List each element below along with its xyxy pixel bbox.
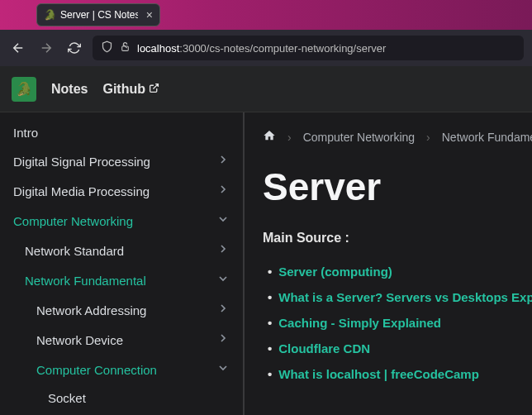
sidebar-item[interactable]: Computer Connection	[0, 355, 243, 384]
chevron-right-icon: ›	[287, 131, 292, 144]
chevron-right-icon	[216, 242, 230, 259]
sidebar-item[interactable]: Intro	[0, 119, 243, 146]
tab-title: Server | CS Notes	[60, 9, 138, 21]
home-icon[interactable]	[263, 129, 276, 145]
sidebar-item-label: Computer Connection	[36, 363, 157, 377]
source-item: Caching - Simply Explained	[263, 310, 532, 336]
sidebar-item[interactable]: Digital Media Processing	[0, 176, 243, 206]
page-title: Server	[263, 165, 532, 209]
sidebar-item-label: Network Fundamental	[25, 274, 146, 288]
site-logo[interactable]: 🐊	[12, 77, 36, 102]
sidebar-item[interactable]: Computer Networking	[0, 206, 243, 236]
sidebar-item[interactable]: Network Device	[0, 325, 243, 355]
back-button[interactable]	[8, 38, 28, 58]
main-content: › Computer Networking › Network Fundamen…	[245, 112, 532, 415]
nav-notes[interactable]: Notes	[51, 82, 88, 97]
sidebar-item[interactable]: Network Addressing	[0, 295, 243, 325]
source-link[interactable]: What is a Server? Servers vs Desktops Ex…	[278, 290, 532, 304]
source-link[interactable]: Cloudflare CDN	[278, 341, 370, 355]
breadcrumb-item[interactable]: Network Fundamental	[442, 131, 532, 144]
source-list: Server (computing)What is a Server? Serv…	[263, 259, 532, 387]
sidebar-item-label: Network Addressing	[36, 303, 146, 317]
chevron-right-icon	[216, 183, 230, 199]
sidebar-item-label: Network Standard	[25, 244, 124, 258]
chevron-right-icon	[216, 302, 230, 318]
breadcrumb-item[interactable]: Computer Networking	[303, 131, 415, 144]
source-item: Server (computing)	[263, 259, 532, 284]
sidebar-item-label: Digital Media Processing	[13, 184, 150, 198]
url-bar[interactable]: localhost:3000/cs-notes/computer-network…	[93, 36, 524, 60]
sidebar-item-label: Computer Networking	[13, 214, 133, 228]
chevron-down-icon	[216, 272, 230, 289]
sidebar-item[interactable]: Network Fundamental	[0, 265, 243, 295]
svg-rect-0	[122, 46, 129, 50]
chevron-down-icon	[216, 212, 230, 229]
sidebar-item[interactable]: Socket	[0, 384, 243, 412]
chevron-right-icon	[216, 332, 230, 348]
close-icon[interactable]: ×	[146, 8, 153, 21]
main-source-label: Main Source :	[263, 231, 532, 246]
browser-toolbar: localhost:3000/cs-notes/computer-network…	[0, 30, 532, 66]
source-item: Cloudflare CDN	[263, 336, 532, 361]
sidebar: IntroDigital Signal ProcessingDigital Me…	[0, 112, 245, 415]
sidebar-item-label: Network Device	[36, 333, 123, 347]
chevron-right-icon	[216, 153, 230, 169]
source-item: What is a Server? Servers vs Desktops Ex…	[263, 284, 532, 310]
chevron-right-icon: ›	[426, 131, 430, 144]
sidebar-item-label: Digital Signal Processing	[13, 155, 150, 169]
forward-button[interactable]	[36, 38, 56, 58]
sidebar-item-label: Intro	[13, 126, 38, 140]
sidebar-item[interactable]: Network Standard	[0, 236, 243, 265]
reload-button[interactable]	[64, 38, 84, 58]
external-link-icon	[149, 83, 159, 96]
sidebar-item[interactable]: Digital Signal Processing	[0, 146, 243, 176]
url-text: localhost:3000/cs-notes/computer-network…	[137, 42, 386, 55]
shield-icon	[101, 41, 113, 55]
site-header: 🐊 Notes Github	[0, 66, 532, 112]
source-link[interactable]: Caching - Simply Explained	[278, 316, 441, 330]
breadcrumb: › Computer Networking › Network Fundamen…	[263, 129, 532, 145]
source-item: What is localhost | freeCodeCamp	[263, 361, 532, 387]
tab-favicon: 🐊	[44, 9, 55, 21]
lock-icon	[120, 41, 131, 55]
chevron-down-icon	[216, 361, 230, 378]
source-link[interactable]: What is localhost | freeCodeCamp	[278, 367, 479, 381]
sidebar-item-label: Socket	[48, 391, 86, 405]
browser-tab[interactable]: 🐊 Server | CS Notes ×	[36, 3, 160, 26]
source-link[interactable]: Server (computing)	[278, 265, 392, 279]
nav-github[interactable]: Github	[102, 82, 159, 97]
window-titlebar: 🐊 Server | CS Notes ×	[0, 0, 532, 30]
